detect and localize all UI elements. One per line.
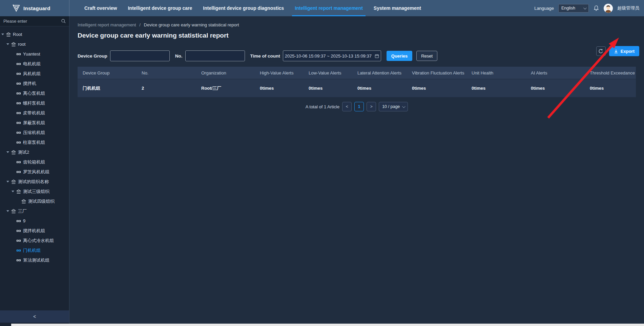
language-label: Language: [534, 6, 554, 11]
tree-node-三厂[interactable]: 三厂: [0, 206, 69, 216]
tree-node-Root[interactable]: Root: [0, 29, 69, 39]
no-filter-label: No.: [175, 53, 183, 59]
pagination-prev-button[interactable]: <: [342, 102, 352, 111]
sidebar: RootrootYuantest电机机组风机机组搅拌机离心泵机组螺杆泵机组皮带机…: [0, 16, 69, 326]
tree-node-label: root: [18, 42, 25, 47]
tree-node-测试的组织名称[interactable]: 测试的组织名称: [0, 177, 69, 187]
notification-bell-icon[interactable]: [593, 5, 599, 11]
device-group-icon: [16, 160, 21, 165]
tree-node-搅拌机机组[interactable]: 搅拌机机组: [0, 226, 69, 236]
table-cell: 0times: [352, 86, 407, 91]
column-header: AI Alerts: [526, 70, 585, 75]
top-nav: Instaguard Craft overviewIntelligent dev…: [0, 0, 644, 16]
device-group-icon: [16, 121, 21, 125]
breadcrumb: Intelligent report management / Device g…: [78, 22, 636, 27]
pagination-next-button[interactable]: >: [367, 102, 376, 111]
tree-node-测试四级组织[interactable]: 测试四级组织: [0, 196, 69, 206]
organization-icon: [11, 179, 16, 184]
date-range-input[interactable]: 2025-10-06 15:09:37 ~ 2025-10-13 15:09:3…: [283, 50, 381, 61]
table-cell: 0times: [466, 86, 526, 91]
device-group-icon: [16, 62, 21, 66]
chevron-down-icon: [402, 105, 406, 108]
column-header: No.: [137, 70, 196, 75]
table-cell: 2: [137, 86, 196, 91]
tree-node-label: 测试三级组织: [23, 189, 49, 195]
tree-node-label: 算法测试机组: [23, 257, 49, 263]
nav-item-intelligent-device-group-care[interactable]: Intelligent device group care: [128, 0, 192, 16]
tree-node-皮带机机组[interactable]: 皮带机机组: [0, 108, 69, 118]
caret-down-icon[interactable]: [12, 191, 14, 194]
no-input[interactable]: [185, 50, 245, 61]
device-group-icon: [16, 101, 21, 106]
organization-icon: [11, 42, 16, 47]
table-row[interactable]: 门机机组2Root/三厂0times0times0times0times0tim…: [78, 79, 636, 97]
search-input[interactable]: [0, 16, 69, 26]
device-group-icon: [16, 52, 21, 57]
pagination-page-1[interactable]: 1: [354, 102, 364, 111]
tree-node-label: 离心式冷水机组: [23, 238, 54, 244]
user-name[interactable]: 超级管理员: [617, 5, 639, 11]
device-group-icon: [16, 238, 21, 243]
caret-down-icon[interactable]: [6, 210, 9, 213]
page-size-select[interactable]: 10 / page: [379, 102, 408, 111]
caret-down-icon[interactable]: [6, 151, 9, 154]
caret-down-icon[interactable]: [6, 181, 9, 184]
device-group-filter-label: Device Group: [78, 53, 107, 59]
tree-node-离心泵机组[interactable]: 离心泵机组: [0, 88, 69, 98]
device-group-icon: [16, 258, 21, 263]
tree-node-label: 皮带机机组: [23, 110, 45, 116]
table-cell: 0times: [526, 86, 585, 91]
export-button[interactable]: Export: [609, 46, 639, 56]
tree-node-9[interactable]: 9: [0, 216, 69, 226]
organization-icon: [21, 199, 26, 204]
tree-node-搅拌机[interactable]: 搅拌机: [0, 79, 69, 88]
language-select[interactable]: English: [558, 4, 589, 13]
device-group-icon: [16, 248, 21, 253]
device-group-input[interactable]: [110, 50, 170, 61]
tree-node-齿轮箱机组[interactable]: 齿轮箱机组: [0, 157, 69, 167]
horizontal-scrollbar[interactable]: [11, 324, 644, 326]
tree-node-label: 电机机组: [23, 61, 41, 67]
tree-node-label: Root: [13, 32, 22, 37]
tree-node-电机机组[interactable]: 电机机组: [0, 59, 69, 69]
calendar-icon: [375, 54, 379, 58]
tree-node-测试2[interactable]: 测试2: [0, 147, 69, 157]
sidebar-collapse-button[interactable]: <: [0, 310, 69, 323]
org-tree: RootrootYuantest电机机组风机机组搅拌机离心泵机组螺杆泵机组皮带机…: [0, 26, 69, 310]
tree-node-算法测试机组[interactable]: 算法测试机组: [0, 255, 69, 265]
nav-item-intelligent-report-management[interactable]: Intelligent report management: [295, 0, 363, 16]
device-group-icon: [16, 229, 21, 233]
nav-item-system-management[interactable]: System management: [374, 0, 421, 16]
nav-item-intelligent-device-group-diagnostics[interactable]: Intelligent device group diagnostics: [203, 0, 284, 16]
reset-button[interactable]: Reset: [416, 51, 437, 61]
breadcrumb-parent[interactable]: Intelligent report management: [78, 22, 136, 27]
tree-node-门机机组[interactable]: 门机机组: [0, 245, 69, 255]
pagination: A total of 1 Article < 1 > 10 / page: [78, 102, 636, 111]
device-group-icon: [16, 130, 21, 135]
queries-button[interactable]: Queries: [387, 51, 412, 61]
page-title: Device group care early warning statisti…: [78, 32, 636, 39]
tree-node-root[interactable]: root: [0, 39, 69, 49]
avatar[interactable]: [604, 4, 613, 13]
search-icon[interactable]: [61, 19, 66, 25]
caret-down-icon[interactable]: [1, 34, 4, 37]
tree-node-压缩机机组[interactable]: 压缩机机组: [0, 128, 69, 137]
tree-node-离心式冷水机组[interactable]: 离心式冷水机组: [0, 236, 69, 245]
tree-node-柱塞泵机组[interactable]: 柱塞泵机组: [0, 137, 69, 147]
tree-node-风机机组[interactable]: 风机机组: [0, 69, 69, 79]
column-header: Unit Health: [466, 70, 526, 75]
tree-node-螺杆泵机组[interactable]: 螺杆泵机组: [0, 98, 69, 108]
tree-node-罗茨风机机组[interactable]: 罗茨风机机组: [0, 167, 69, 177]
nav-item-craft-overview[interactable]: Craft overview: [84, 0, 117, 16]
refresh-button[interactable]: [596, 46, 606, 56]
nav-right: Language English 超级管理员: [534, 4, 644, 13]
time-of-count-label: Time of count: [250, 53, 280, 59]
date-range-value: 2025-10-06 15:09:37 ~ 2025-10-13 15:09:3…: [285, 53, 372, 59]
column-header: Device Group: [78, 70, 137, 75]
tree-node-Yuantest[interactable]: Yuantest: [0, 49, 69, 59]
tree-node-屏蔽泵机组[interactable]: 屏蔽泵机组: [0, 118, 69, 128]
tree-node-label: 屏蔽泵机组: [23, 120, 45, 126]
caret-down-icon[interactable]: [6, 43, 9, 46]
organization-icon: [16, 189, 21, 194]
tree-node-测试三级组织[interactable]: 测试三级组织: [0, 187, 69, 196]
